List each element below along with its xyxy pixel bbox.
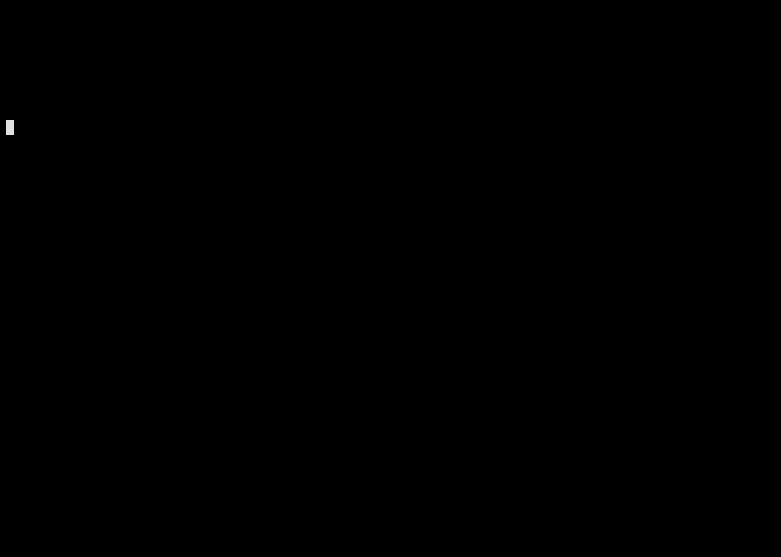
- prompt-line[interactable]: [6, 118, 775, 137]
- cursor[interactable]: [6, 120, 14, 135]
